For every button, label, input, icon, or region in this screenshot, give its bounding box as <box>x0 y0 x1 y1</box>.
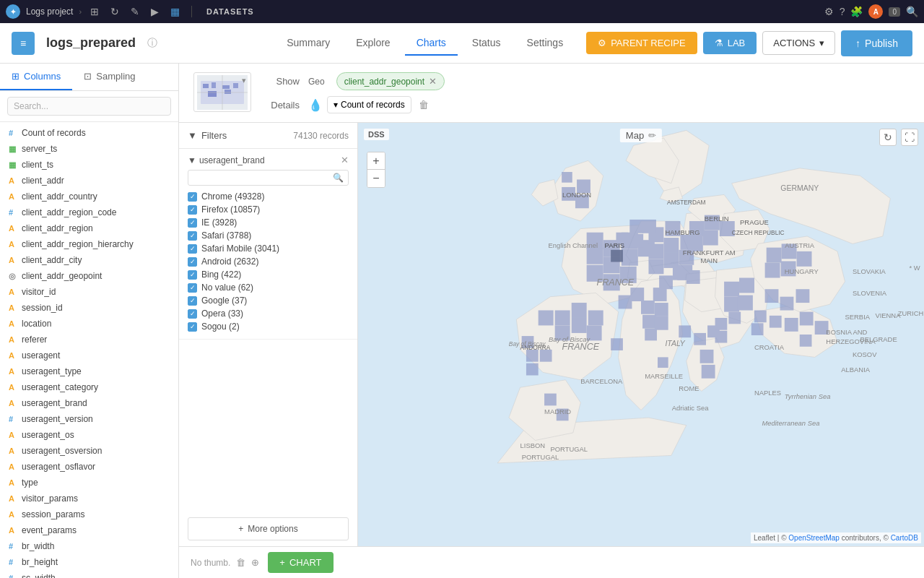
map-fullscreen-button[interactable]: ⛶ <box>901 129 918 146</box>
list-item[interactable]: Aclient_addr <box>0 173 178 189</box>
list-item[interactable]: Auseragent_type <box>0 363 178 379</box>
nav-summary[interactable]: Summary <box>275 31 341 56</box>
user-avatar[interactable]: A <box>868 4 883 19</box>
list-item[interactable]: Avisitor_params <box>0 491 178 506</box>
filter-checkbox-row[interactable]: Safari (3788) <box>188 229 349 242</box>
list-item[interactable]: Auseragent_osflavor <box>0 459 178 475</box>
details-delete-icon[interactable]: 🗑 <box>416 98 432 112</box>
filter-checkbox[interactable] <box>188 309 197 319</box>
filter-checkbox[interactable] <box>188 231 197 241</box>
chart-icon[interactable]: ▦ <box>167 4 183 19</box>
list-item[interactable]: Auseragent_brand <box>0 395 178 411</box>
settings-icon[interactable]: ⚙ <box>824 6 834 17</box>
home-icon[interactable]: ⊞ <box>87 4 102 19</box>
filter-checkbox-row[interactable]: IE (3928) <box>188 216 349 229</box>
map-refresh-button[interactable]: ↻ <box>879 129 897 146</box>
search-icon[interactable]: 🔍 <box>906 6 918 17</box>
search-input[interactable] <box>7 97 171 116</box>
nav-charts[interactable]: Charts <box>405 31 458 56</box>
list-item[interactable]: Asession_id <box>0 300 178 316</box>
filter-checkbox-row[interactable]: Android (2632) <box>188 255 349 268</box>
filter-checkbox[interactable] <box>188 322 197 332</box>
help-icon[interactable]: ? <box>840 6 845 17</box>
water-drop-icon[interactable]: 💧 <box>308 98 323 112</box>
list-item[interactable]: Auseragent_osversion <box>0 443 178 459</box>
list-item[interactable]: Areferer <box>0 332 178 348</box>
list-item[interactable]: #br_height <box>0 554 178 570</box>
thumb-delete-icon[interactable]: 🗑 <box>236 557 245 568</box>
nav-status[interactable]: Status <box>461 31 513 56</box>
filter-delete-icon[interactable]: ✕ <box>341 155 349 165</box>
filter-checkbox[interactable] <box>188 205 197 215</box>
show-label: Show <box>260 76 300 87</box>
osm-link[interactable]: OpenStreetMap <box>788 534 840 542</box>
filter-checkbox[interactable] <box>188 244 197 254</box>
svg-rect-91 <box>797 251 812 267</box>
notification-badge[interactable]: 0 <box>889 7 900 17</box>
thumbnail-menu[interactable]: ▾ <box>242 76 246 85</box>
chart-add-button[interactable]: + CHART <box>268 552 333 573</box>
list-item[interactable]: Auseragent_os <box>0 427 178 443</box>
list-item[interactable]: #client_addr_region_code <box>0 204 178 220</box>
list-item[interactable]: Atype <box>0 475 178 491</box>
list-item[interactable]: #Count of records <box>0 125 178 141</box>
chart-thumbnail[interactable]: ▾ <box>193 72 251 112</box>
list-item[interactable]: #sc_width <box>0 570 178 578</box>
list-item[interactable]: ◎client_addr_geopoint <box>0 268 178 284</box>
plugins-icon[interactable]: 🧩 <box>850 6 863 17</box>
list-item[interactable]: Avisitor_id <box>0 284 178 300</box>
filter-checkbox-row[interactable]: Chrome (49328) <box>188 190 349 203</box>
list-item[interactable]: Aclient_addr_region <box>0 220 178 236</box>
geo-remove-icon[interactable]: ✕ <box>429 76 437 87</box>
info-icon[interactable]: ⓘ <box>147 37 157 50</box>
filter-checkbox[interactable] <box>188 296 197 306</box>
parent-recipe-button[interactable]: ⚙ PARENT RECIPE <box>586 32 697 54</box>
filter-checkbox[interactable] <box>188 218 197 228</box>
zoom-out-button[interactable]: − <box>367 170 385 187</box>
svg-text:Tyrrhenian Sea: Tyrrhenian Sea <box>785 392 831 400</box>
filters-toggle[interactable]: ▼ Filters <box>188 130 227 141</box>
list-item[interactable]: ▦client_ts <box>0 157 178 173</box>
list-item[interactable]: Auseragent_category <box>0 379 178 395</box>
lab-button[interactable]: ⚗ LAB <box>703 32 757 54</box>
cartodb-link[interactable]: CartoDB <box>891 534 918 542</box>
list-item[interactable]: Aclient_addr_city <box>0 252 178 268</box>
filter-checkbox[interactable] <box>188 283 197 293</box>
filter-checkbox[interactable] <box>188 192 197 202</box>
filter-checkbox[interactable] <box>188 257 197 267</box>
count-dropdown[interactable]: ▾ Count of records <box>327 96 411 113</box>
filter-checkbox-row[interactable]: No value (62) <box>188 281 349 294</box>
list-item[interactable]: #useragent_version <box>0 411 178 427</box>
publish-button[interactable]: ↑ Publish <box>841 30 912 56</box>
more-options-button[interactable]: + More options <box>188 517 349 540</box>
list-item[interactable]: ▦server_ts <box>0 141 178 157</box>
list-item[interactable]: Alocation <box>0 316 178 332</box>
filter-checkbox-row[interactable]: Sogou (2) <box>188 320 349 333</box>
list-item[interactable]: Aclient_addr_country <box>0 189 178 204</box>
tab-columns[interactable]: ⊞ Columns <box>0 64 72 90</box>
filter-checkbox-row[interactable]: Bing (422) <box>188 268 349 281</box>
list-item[interactable]: Aclient_addr_region_hierarchy <box>0 236 178 252</box>
list-item[interactable]: Aevent_params <box>0 522 178 538</box>
edit-icon[interactable]: ✎ <box>128 4 142 19</box>
actions-button[interactable]: ACTIONS ▾ <box>762 31 835 55</box>
tab-sampling[interactable]: ⊡ Sampling <box>72 64 147 90</box>
pencil-icon[interactable]: ✏ <box>648 130 656 141</box>
nav-explore[interactable]: Explore <box>344 31 401 56</box>
filter-checkbox-row[interactable]: Opera (33) <box>188 307 349 320</box>
filter-search-input[interactable] <box>193 173 333 182</box>
refresh-icon[interactable]: ↻ <box>108 4 122 19</box>
zoom-in-button[interactable]: + <box>367 152 385 170</box>
filter-checkbox-row[interactable]: Firefox (10857) <box>188 203 349 216</box>
list-item[interactable]: #br_width <box>0 538 178 554</box>
svg-text:PRAGUE: PRAGUE <box>740 218 769 226</box>
filter-checkbox-row[interactable]: Safari Mobile (3041) <box>188 242 349 255</box>
list-item[interactable]: Asession_params <box>0 506 178 522</box>
nav-settings[interactable]: Settings <box>515 31 575 56</box>
thumb-add-icon[interactable]: ⊕ <box>251 557 259 568</box>
filter-expand-icon[interactable]: ▼ <box>188 155 196 165</box>
filter-checkbox-row[interactable]: Google (37) <box>188 294 349 307</box>
list-item[interactable]: Auseragent <box>0 348 178 363</box>
play-icon[interactable]: ▶ <box>148 4 162 19</box>
filter-checkbox[interactable] <box>188 270 197 280</box>
